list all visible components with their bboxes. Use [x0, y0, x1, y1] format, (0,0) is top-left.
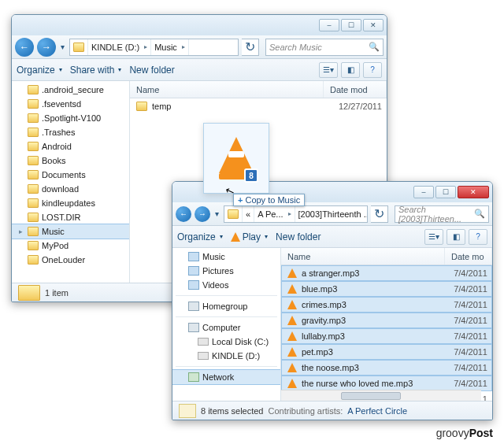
tree-node[interactable]: Documents — [12, 168, 129, 182]
forward-button[interactable]: → — [37, 38, 56, 57]
tree-node[interactable]: Computer — [172, 320, 280, 335]
tree-node[interactable]: OneLouder — [12, 253, 129, 267]
list-item[interactable]: a stranger.mp37/4/2011 — [281, 265, 492, 281]
tree-node[interactable]: KINDLE (D:) — [172, 349, 280, 363]
breadcrumb-drive[interactable]: KINDLE (D:) — [88, 39, 151, 55]
tree-node[interactable]: download — [12, 182, 129, 196]
help-button[interactable]: ? — [469, 229, 487, 245]
column-headers[interactable]: Name Date mo — [281, 248, 492, 265]
scrollbar-thumb[interactable] — [341, 392, 401, 400]
play-menu[interactable]: Play — [231, 231, 268, 242]
scrollbar-horizontal[interactable] — [281, 390, 481, 401]
forward-button[interactable]: → — [195, 206, 210, 222]
list-item[interactable]: gravity.mp37/4/2011 — [281, 313, 492, 328]
tree-node[interactable]: Videos — [172, 278, 280, 292]
tree-node[interactable]: Books — [12, 154, 129, 168]
newfolder-button[interactable]: New folder — [276, 231, 321, 242]
list-item[interactable]: pet.mp37/4/2011 — [281, 344, 492, 360]
file-name: crimes.mp3 — [302, 300, 346, 309]
tree-node[interactable]: Local Disk (C:) — [172, 335, 280, 349]
tree-node[interactable]: Android — [12, 139, 129, 154]
address-bar[interactable]: KINDLE (D:) Music — [69, 39, 239, 56]
tree-node[interactable]: Music — [172, 250, 280, 264]
preview-pane-button[interactable]: ◧ — [447, 229, 465, 245]
col-date[interactable]: Date mo — [451, 252, 484, 261]
file-name: temp — [152, 102, 171, 111]
maximize-button[interactable]: ☐ — [435, 186, 456, 198]
list-item[interactable]: the noose.mp37/4/2011 — [281, 360, 492, 376]
vlc-file-icon — [287, 268, 297, 278]
nav-bar: ← → ▾ « A Pe... [2003]Thirteenth ... ↻ S… — [172, 202, 492, 226]
tree-node[interactable]: ▸Music — [12, 224, 129, 239]
file-name: lullaby.mp3 — [302, 331, 345, 341]
explorer-window-album: – ☐ ✕ ← → ▾ « A Pe... [2003]Thirteenth .… — [172, 181, 493, 420]
list-item[interactable]: crimes.mp37/4/2011 — [281, 297, 492, 313]
breadcrumb-artist[interactable]: A Pe... — [254, 206, 295, 222]
list-item[interactable]: temp 12/27/2011 — [130, 98, 387, 114]
column-headers[interactable]: Name Date mod — [130, 81, 387, 98]
share-menu[interactable]: Share with — [70, 65, 122, 76]
minimize-button[interactable]: – — [319, 19, 339, 31]
drag-ghost: 8 — [203, 123, 269, 194]
tree-node[interactable]: .Spotlight-V100 — [12, 111, 129, 125]
tree-node[interactable]: MyPod — [12, 239, 129, 253]
newfolder-button[interactable]: New folder — [129, 65, 174, 76]
status-value: A Perfect Circle — [347, 406, 407, 416]
file-date: 12/27/2011 — [339, 102, 387, 111]
breadcrumb-ellipsis[interactable]: « — [243, 206, 254, 222]
breadcrumb-folder[interactable]: Music — [151, 39, 189, 55]
tree-node[interactable]: LOST.DIR — [12, 210, 129, 224]
nav-tree[interactable]: MusicPicturesVideosHomegroupComputerLoca… — [172, 248, 281, 401]
tree-node[interactable]: kindleupdates — [12, 196, 129, 210]
vlc-file-icon — [287, 363, 297, 372]
refresh-button[interactable]: ↻ — [371, 205, 388, 223]
vlc-file-icon — [287, 347, 297, 357]
search-placeholder: Search [2003]Thirteen... — [398, 205, 474, 224]
close-button[interactable]: ✕ — [363, 19, 384, 31]
tree-node[interactable]: Network — [172, 370, 280, 384]
breadcrumb-album[interactable]: [2003]Thirteenth ... — [295, 206, 368, 222]
list-item[interactable]: blue.mp37/4/2011 — [281, 281, 492, 297]
status-bar: 8 items selected Contributing artists: A… — [172, 401, 492, 420]
history-chevron-icon[interactable]: ▾ — [59, 43, 66, 51]
close-button[interactable]: ✕ — [458, 186, 489, 198]
list-item[interactable]: lullaby.mp37/4/2011 — [281, 328, 492, 344]
organize-menu[interactable]: Organize — [177, 231, 223, 242]
view-button[interactable]: ☰▾ — [424, 229, 443, 245]
tree-node[interactable]: Homegroup — [172, 299, 280, 313]
nav-bar: ← → ▾ KINDLE (D:) Music ↻ Search Music 🔍 — [12, 35, 387, 59]
maximize-button[interactable]: ☐ — [341, 19, 361, 31]
back-button[interactable]: ← — [15, 38, 34, 57]
tree-node[interactable]: .Trashes — [12, 125, 129, 139]
minimize-button[interactable]: – — [413, 186, 434, 198]
tree-node[interactable]: Pictures — [172, 264, 280, 278]
help-button[interactable]: ? — [363, 62, 382, 78]
folder-icon — [18, 285, 40, 301]
file-list-pane[interactable]: Name Date mo a stranger.mp37/4/2011blue.… — [281, 248, 492, 401]
vlc-icon — [231, 232, 240, 242]
tree-node[interactable]: .android_secure — [12, 83, 129, 97]
preview-pane-button[interactable]: ◧ — [341, 62, 360, 78]
history-chevron-icon[interactable]: ▾ — [213, 209, 220, 218]
folder-icon — [228, 209, 239, 219]
list-item[interactable]: the nurse who loved me.mp37/4/2011 — [281, 376, 492, 391]
view-button[interactable]: ☰▾ — [319, 62, 338, 78]
col-date[interactable]: Date mod — [330, 85, 368, 94]
address-bar[interactable]: « A Pe... [2003]Thirteenth ... — [224, 205, 368, 223]
search-icon: 🔍 — [474, 209, 485, 219]
folder-tree[interactable]: .android_secure.fseventsd.Spotlight-V100… — [12, 81, 130, 283]
col-name[interactable]: Name — [136, 85, 159, 94]
file-date: 7/4/2011 — [454, 284, 492, 294]
col-name[interactable]: Name — [287, 252, 310, 261]
search-input[interactable]: Search Music 🔍 — [265, 39, 384, 56]
file-date: 7/4/2011 — [454, 300, 492, 309]
file-date: 7/4/2011 — [454, 316, 492, 325]
back-button[interactable]: ← — [176, 206, 191, 222]
tree-node[interactable]: .fseventsd — [12, 97, 129, 111]
search-placeholder: Search Music — [269, 43, 322, 52]
organize-menu[interactable]: Organize — [17, 65, 62, 76]
file-date: 7/4/2011 — [454, 268, 492, 278]
refresh-button[interactable]: ↻ — [242, 39, 259, 56]
search-input[interactable]: Search [2003]Thirteen... 🔍 — [395, 205, 489, 223]
titlebar[interactable]: – ☐ ✕ — [12, 15, 387, 35]
